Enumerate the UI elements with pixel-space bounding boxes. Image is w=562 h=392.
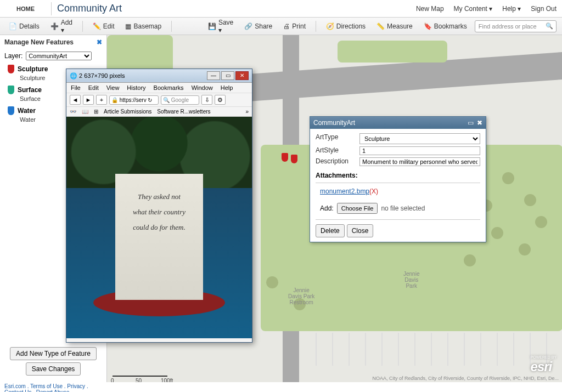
menu-file[interactable]: File xyxy=(71,84,81,91)
monument-text: could do for them. xyxy=(133,223,185,232)
save-changes-button[interactable]: Save Changes xyxy=(26,362,81,376)
edit-button[interactable]: ✏️ Edit xyxy=(89,21,118,32)
menu-help[interactable]: Help xyxy=(221,84,233,91)
my-content-menu[interactable]: My Content ▾ xyxy=(454,5,493,13)
sidebar-title: Manage New Features xyxy=(4,38,74,46)
directions-button[interactable]: 🧭 Directions xyxy=(323,21,369,32)
search-input[interactable]: Find address or place 🔍 xyxy=(475,20,557,32)
footer-link[interactable]: Privacy xyxy=(67,383,85,389)
back-button[interactable]: ◄ xyxy=(70,95,81,105)
gear-icon[interactable]: ⚙ xyxy=(215,95,226,105)
scale-bar: 0 50 100ft xyxy=(113,376,167,377)
add-button[interactable]: ➕ Add ▾ xyxy=(47,17,76,36)
close-icon[interactable]: ✕ xyxy=(235,71,249,80)
footer-link[interactable]: Contact Us xyxy=(4,389,31,392)
close-icon[interactable]: ✖ xyxy=(97,38,102,46)
map-marker[interactable] xyxy=(282,153,288,162)
grid-icon[interactable]: ⊞ xyxy=(94,109,98,115)
home-link[interactable]: HOME xyxy=(5,5,46,12)
bookmarks-button[interactable]: 🔖 Bookmarks xyxy=(420,21,470,32)
reader-icon[interactable]: 👓 xyxy=(70,109,76,115)
monument-text: They asked not xyxy=(138,192,181,201)
arttype-label: ArtType xyxy=(316,133,359,144)
delete-button[interactable]: Delete xyxy=(316,224,345,237)
map-marker[interactable] xyxy=(291,155,297,163)
basemap-button[interactable]: ▦ Basemap xyxy=(122,21,165,32)
close-button[interactable]: Close xyxy=(347,224,374,237)
search-icon: 🔍 xyxy=(546,22,553,30)
minimize-icon[interactable]: — xyxy=(207,71,220,80)
maximize-icon[interactable]: ▭ xyxy=(221,71,234,80)
artstyle-input[interactable] xyxy=(359,146,480,155)
print-button[interactable]: 🖨 Print xyxy=(280,21,309,32)
description-input[interactable] xyxy=(359,157,480,166)
add-feature-type-button[interactable]: Add New Type of Feature xyxy=(10,347,97,360)
image-viewport: They asked not what their country could … xyxy=(66,117,252,338)
details-button[interactable]: 📄 Details xyxy=(5,21,43,32)
close-icon[interactable]: ✖ xyxy=(477,119,482,127)
divider xyxy=(51,2,52,15)
browser-menu: File Edit View History Bookmarks Window … xyxy=(66,83,252,93)
menu-window[interactable]: Window xyxy=(192,84,213,91)
choose-file-button[interactable]: Choose File xyxy=(337,203,378,214)
bookmark-item[interactable]: Software R...wsletters xyxy=(157,109,210,115)
footer-link[interactable]: Report Abuse xyxy=(36,389,70,392)
pin-icon xyxy=(8,86,14,94)
page-title: Community Art xyxy=(57,3,122,14)
chevron-right-icon[interactable]: » xyxy=(245,109,249,115)
maximize-icon[interactable]: ▭ xyxy=(468,119,474,127)
attachment-delete[interactable]: (X) xyxy=(369,188,378,195)
add-tab-button[interactable]: + xyxy=(96,95,107,105)
layer-label: Layer: xyxy=(4,52,23,60)
help-menu[interactable]: Help ▾ xyxy=(502,5,521,13)
monument-text: what their country xyxy=(133,208,186,217)
artstyle-label: ArtStyle xyxy=(316,146,359,155)
bookmark-item[interactable]: Article Submissions xyxy=(104,109,151,115)
browser-window: 🌐 2 637×790 pixels — ▭ ✕ File Edit View … xyxy=(66,69,252,343)
forward-button[interactable]: ► xyxy=(83,95,94,105)
park-label: Jennie Davis Park xyxy=(403,271,419,289)
description-label: Description xyxy=(316,157,359,166)
arttype-select[interactable]: Sculpture xyxy=(359,133,480,144)
esri-logo: POWERED BY esri xyxy=(531,355,557,374)
book-icon[interactable]: 📖 xyxy=(82,109,88,115)
sign-out-link[interactable]: Sign Out xyxy=(531,5,557,13)
toolbar: 📄 Details ➕ Add ▾ ✏️ Edit ▦ Basemap 💾 Sa… xyxy=(0,18,562,35)
pin-icon xyxy=(8,106,14,115)
download-icon[interactable]: ⇩ xyxy=(201,95,212,105)
pin-icon xyxy=(8,65,14,73)
footer-link[interactable]: Esri.com xyxy=(4,383,26,389)
menu-edit[interactable]: Edit xyxy=(88,84,99,91)
no-file-text: no file selected xyxy=(381,204,425,212)
add-label: Add: xyxy=(320,204,334,212)
menu-history[interactable]: History xyxy=(127,84,145,91)
browser-title: 2 637×790 pixels xyxy=(79,72,125,79)
share-button[interactable]: 🔗 Share xyxy=(241,21,276,32)
footer-link[interactable]: Terms of Use xyxy=(30,383,63,389)
top-bar: HOME Community Art New Map My Content ▾ … xyxy=(0,0,562,18)
restroom-label: Jennie Davis Park Restroom xyxy=(288,287,314,305)
attachment-link[interactable]: monument2.bmp xyxy=(320,188,369,195)
save-button[interactable]: 💾 Save ▾ xyxy=(205,17,237,36)
new-map-link[interactable]: New Map xyxy=(416,5,444,13)
footer: Esri.com . Terms of Use . Privacy . Cont… xyxy=(0,382,562,392)
measure-button[interactable]: 📏 Measure xyxy=(373,21,416,32)
feature-popup: CommunityArt ▭ ✖ ArtType Sculpture ArtSt… xyxy=(310,116,486,242)
browser-search[interactable]: 🔍 Google xyxy=(161,95,199,105)
attachments-label: Attachments: xyxy=(316,172,480,179)
url-bar[interactable]: 🔒 https://serv ↻ xyxy=(109,95,159,105)
layer-select[interactable]: CommunityArt xyxy=(26,52,92,60)
attribution: NOAA, City of Redlands, City of Riversid… xyxy=(372,376,559,381)
menu-view[interactable]: View xyxy=(106,84,120,91)
menu-bookmarks[interactable]: Bookmarks xyxy=(154,84,184,91)
popup-title: CommunityArt xyxy=(313,119,355,127)
